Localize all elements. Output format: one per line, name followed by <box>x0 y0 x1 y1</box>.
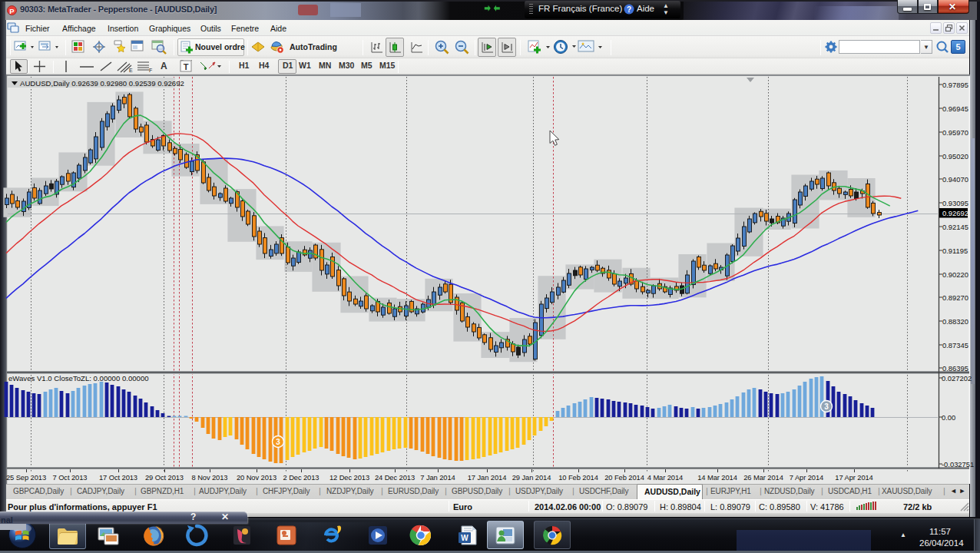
svg-text:0.87345: 0.87345 <box>942 341 968 349</box>
svg-text:26 Mar 2014: 26 Mar 2014 <box>743 473 783 482</box>
svg-text:20 Feb 2014: 20 Feb 2014 <box>604 473 644 482</box>
svg-text:24 Dec 2013: 24 Dec 2013 <box>375 473 415 482</box>
svg-text:4 Mar 2014: 4 Mar 2014 <box>647 473 683 482</box>
svg-text:0.97895: 0.97895 <box>942 81 968 89</box>
svg-text:7 Apr 2014: 7 Apr 2014 <box>790 473 823 482</box>
svg-text:10 Feb 2014: 10 Feb 2014 <box>558 473 598 482</box>
svg-text:29 Oct 2013: 29 Oct 2013 <box>145 473 184 482</box>
svg-text:0.94070: 0.94070 <box>942 175 968 184</box>
svg-text:3: 3 <box>276 438 280 446</box>
svg-text:AUDUSD,Daily 0.92639 0.92980: AUDUSD,Daily 0.92639 0.92980 0.92539 0.9… <box>20 79 184 88</box>
svg-text:0.93095: 0.93095 <box>942 199 968 207</box>
svg-text:7 Jan 2014: 7 Jan 2014 <box>420 473 455 482</box>
svg-text:17 Oct 2013: 17 Oct 2013 <box>99 473 137 482</box>
svg-text:0.92692: 0.92692 <box>942 209 968 217</box>
svg-text:25 Sep 2013: 25 Sep 2013 <box>6 473 46 482</box>
svg-text:8 Nov 2013: 8 Nov 2013 <box>192 473 228 482</box>
svg-text:12 Dec 2013: 12 Dec 2013 <box>329 473 369 482</box>
svg-text:0.90220: 0.90220 <box>942 270 968 279</box>
svg-text:0.96945: 0.96945 <box>942 104 968 113</box>
svg-text:7 Oct 2013: 7 Oct 2013 <box>53 473 88 482</box>
svg-text:0.95020: 0.95020 <box>942 152 968 161</box>
svg-text:0.92145: 0.92145 <box>942 223 968 231</box>
svg-text:0.86395: 0.86395 <box>942 364 968 373</box>
svg-text:0.91195: 0.91195 <box>942 247 968 255</box>
svg-text:17 Jan 2014: 17 Jan 2014 <box>468 473 507 482</box>
svg-text:0.95970: 0.95970 <box>942 128 968 137</box>
svg-text:W: W <box>461 534 468 542</box>
svg-text:20 Nov 2013: 20 Nov 2013 <box>237 473 276 482</box>
svg-text:0.027202: 0.027202 <box>942 374 972 382</box>
svg-text:17 Apr 2014: 17 Apr 2014 <box>835 473 872 482</box>
svg-text:2 Dec 2013: 2 Dec 2013 <box>283 473 319 482</box>
svg-text:3: 3 <box>824 402 829 411</box>
svg-text:29 Jan 2014: 29 Jan 2014 <box>512 473 551 482</box>
svg-text:14 Mar 2014: 14 Mar 2014 <box>697 473 737 482</box>
svg-text:0.00: 0.00 <box>942 413 955 422</box>
svg-text:0.89270: 0.89270 <box>942 293 968 302</box>
svg-text:-0.032751: -0.032751 <box>942 460 974 469</box>
svg-text:0.88320: 0.88320 <box>942 317 968 326</box>
svg-text:eWaves V1.0 CloseToZL: 0.00000: eWaves V1.0 CloseToZL: 0.00000 0.00000 <box>8 374 149 382</box>
